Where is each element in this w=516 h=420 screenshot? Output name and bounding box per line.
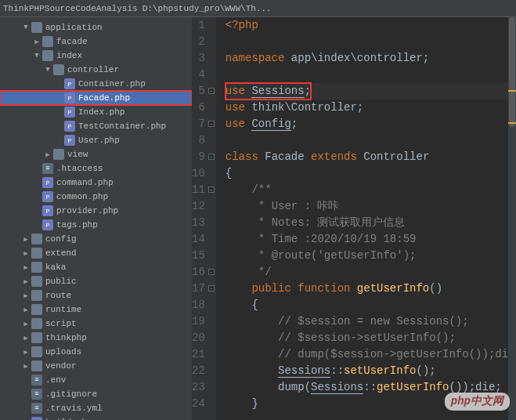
folder-icon (31, 248, 42, 259)
code-line[interactable]: */ (226, 264, 516, 281)
tree-item[interactable]: vendor (0, 359, 192, 373)
tree-item[interactable]: TestContainer.php (0, 119, 192, 133)
code-line[interactable] (226, 67, 516, 83)
watermark: php中文网 (445, 393, 510, 411)
code-line[interactable] (226, 132, 516, 149)
chevron-right-icon[interactable] (22, 348, 30, 357)
folder-icon (31, 360, 42, 371)
tree-item[interactable]: build.php (0, 415, 192, 420)
tree-item-label: kaka (45, 262, 66, 272)
line-number: 4 (192, 67, 205, 83)
project-tree[interactable]: applicationfacadeindexcontrollerContaine… (0, 17, 192, 420)
tree-item[interactable]: facade (0, 34, 192, 49)
chevron-right-icon[interactable] (22, 334, 30, 342)
php-icon (64, 135, 75, 146)
code-line[interactable]: public function getUserInfo() (226, 281, 516, 297)
code-line[interactable]: use Config; (226, 116, 516, 132)
chevron-right-icon[interactable] (22, 263, 30, 272)
tree-item-label: facade (56, 37, 88, 46)
tree-item[interactable]: Index.php (0, 105, 192, 119)
folder-icon (31, 318, 42, 329)
tree-item[interactable]: command.php (0, 176, 192, 190)
fold-marker[interactable] (208, 186, 215, 193)
code-line[interactable]: { (226, 297, 516, 313)
fold-marker[interactable] (208, 285, 215, 291)
chevron-right-icon[interactable] (33, 38, 41, 46)
tree-item[interactable]: script (0, 317, 192, 331)
tree-item[interactable]: Container.php (0, 77, 192, 91)
chevron-down-icon[interactable] (44, 66, 52, 74)
chevron-right-icon[interactable] (22, 277, 30, 286)
tree-item[interactable]: thinkphp (0, 331, 192, 345)
tree-item[interactable]: extend (0, 246, 192, 260)
tree-item[interactable]: .env (0, 373, 192, 387)
chevron-right-icon[interactable] (22, 320, 30, 328)
chevron-right-icon[interactable] (22, 362, 30, 371)
chevron-right-icon[interactable] (22, 306, 30, 314)
project-name[interactable]: ThinkPHPSourceCodeAnalysis (3, 4, 138, 13)
line-gutter: 123456789101112131415161718192021222324 (192, 17, 216, 420)
code-line[interactable]: * @route('getUserInfo'); (226, 248, 516, 264)
fold-marker[interactable] (208, 121, 215, 127)
tree-item[interactable]: route (0, 288, 192, 302)
line-number: 16 (192, 264, 205, 281)
code-line[interactable]: // dump($session->getUserInfo());die; (226, 346, 516, 363)
tree-item[interactable]: .htaccess (0, 161, 192, 176)
tree-item[interactable]: provider.php (0, 204, 192, 218)
chevron-down-icon[interactable] (22, 24, 30, 31)
code-line[interactable] (226, 34, 516, 50)
chevron-right-icon[interactable] (22, 291, 30, 300)
folder-icon (31, 276, 42, 287)
code-line[interactable]: * Time :2020/10/19 18:59 (226, 231, 516, 248)
tree-item[interactable]: controller (0, 63, 192, 77)
tree-item[interactable]: Facade.php (0, 91, 192, 105)
fold-marker[interactable] (208, 88, 215, 94)
tree-item[interactable]: .gitignore (0, 387, 192, 401)
tree-item-label: route (45, 291, 71, 300)
tree-item[interactable]: application (0, 20, 192, 34)
tree-item-label: extend (45, 248, 77, 258)
tree-item[interactable]: .travis.yml (0, 401, 192, 415)
tree-item[interactable]: runtime (0, 302, 192, 317)
editor-scrollbar[interactable] (508, 17, 516, 420)
tree-item[interactable]: view (0, 147, 192, 161)
code-line[interactable]: use Sessions; (226, 83, 516, 100)
line-number: 3 (192, 50, 205, 67)
chevron-right-icon[interactable] (22, 249, 30, 258)
code-editor[interactable]: 123456789101112131415161718192021222324 … (192, 17, 516, 420)
tree-item[interactable]: common.php (0, 190, 192, 204)
code-line[interactable]: /** (226, 182, 516, 198)
code-line[interactable]: // $session = new Sessions(); (226, 313, 516, 330)
tree-item[interactable]: kaka (0, 260, 192, 274)
tree-item[interactable]: config (0, 232, 192, 246)
tree-item[interactable]: User.php (0, 133, 192, 147)
code-line[interactable]: <?php (226, 17, 516, 34)
code-line[interactable]: * User : 咔咔 (226, 198, 516, 215)
code-line[interactable]: Sessions::setUserInfo(); (226, 363, 516, 379)
code-line[interactable]: { (226, 165, 516, 182)
fold-marker[interactable] (208, 154, 215, 160)
tree-item-label: index (56, 51, 82, 60)
fold-marker[interactable] (208, 269, 215, 275)
tree-item-label: public (45, 277, 77, 286)
tree-item-label: runtime (45, 305, 81, 314)
tree-item[interactable]: public (0, 274, 192, 288)
chevron-right-icon[interactable] (22, 235, 30, 244)
code-line[interactable]: namespace app\index\controller; (226, 50, 516, 67)
tree-item-label: .travis.yml (45, 404, 103, 413)
tree-item[interactable]: tags.php (0, 218, 192, 232)
code-line[interactable]: use think\Controller; (226, 100, 516, 116)
tree-item[interactable]: index (0, 49, 192, 63)
tree-item-label: tags.php (56, 220, 98, 230)
folder-icon (31, 22, 42, 33)
php-icon (42, 177, 53, 188)
code-line[interactable]: // $session->setUserInfo(); (226, 330, 516, 346)
chevron-right-icon[interactable] (44, 150, 52, 159)
tree-item[interactable]: uploads (0, 345, 192, 359)
code-line[interactable]: class Facade extends Controller (226, 149, 516, 165)
code-line[interactable]: * Notes: 测试获取用户信息 (226, 215, 516, 231)
scrollbar-thumb[interactable] (509, 17, 515, 127)
chevron-down-icon[interactable] (33, 52, 41, 60)
tree-item-label: TestContainer.php (78, 121, 166, 131)
breadcrumb: ThinkPHPSourceCodeAnalysis D:\phpstudy_p… (0, 0, 516, 17)
